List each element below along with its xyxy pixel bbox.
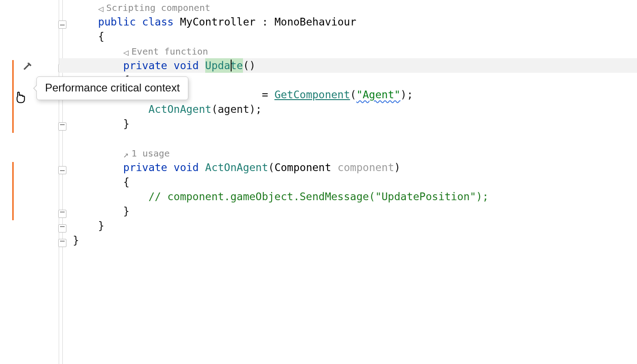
code-line[interactable]: ActOnAgent(agent); [59,102,637,116]
code-line: ↗1 usage [59,146,637,160]
code-line[interactable]: { [59,29,637,44]
code-lens-hint[interactable]: ◁Event function [123,46,208,57]
code-lens-hint[interactable]: ◁Scripting component [98,2,210,13]
code-comment: // component.gameObject.SendMessage("Upd… [148,191,489,202]
tooltip-text: Performance critical context [45,81,180,94]
pointer-cursor-icon [14,90,26,103]
code-content[interactable]: ◁Scripting component public class MyCont… [59,0,637,364]
string-literal-agent[interactable]: "Agent" [356,89,400,101]
code-lens-hint[interactable]: ↗1 usage [123,148,170,159]
code-line: ◁Event function [59,44,637,58]
unity-icon: ◁ [98,1,103,16]
method-ref-getcomponent[interactable]: GetComponent [274,89,350,101]
code-line[interactable]: // component.gameObject.SendMessage("Upd… [59,189,637,204]
code-line-current[interactable]: private void Update() [59,58,637,73]
unity-icon: ◁ [123,45,129,60]
text-caret [231,60,232,71]
editor-gutter[interactable] [0,0,59,364]
code-line[interactable]: } [59,233,637,248]
code-line[interactable]: } [59,204,637,218]
code-line[interactable]: public class MyController : MonoBehaviou… [59,15,637,29]
code-line[interactable]: } [59,116,637,131]
code-line: ◁Scripting component [59,0,637,15]
code-line [59,131,637,146]
usage-icon: ↗ [123,147,129,162]
code-line[interactable]: } [59,218,637,233]
code-editor-pane[interactable]: ◁Scripting component public class MyCont… [0,0,637,364]
code-line[interactable]: { [59,175,637,189]
performance-marker [12,162,14,220]
hammer-icon[interactable] [21,61,34,74]
code-line[interactable]: private void ActOnAgent(Component compon… [59,160,637,175]
gutter-tooltip: Performance critical context [36,76,188,100]
method-name-update: Update [205,58,243,73]
